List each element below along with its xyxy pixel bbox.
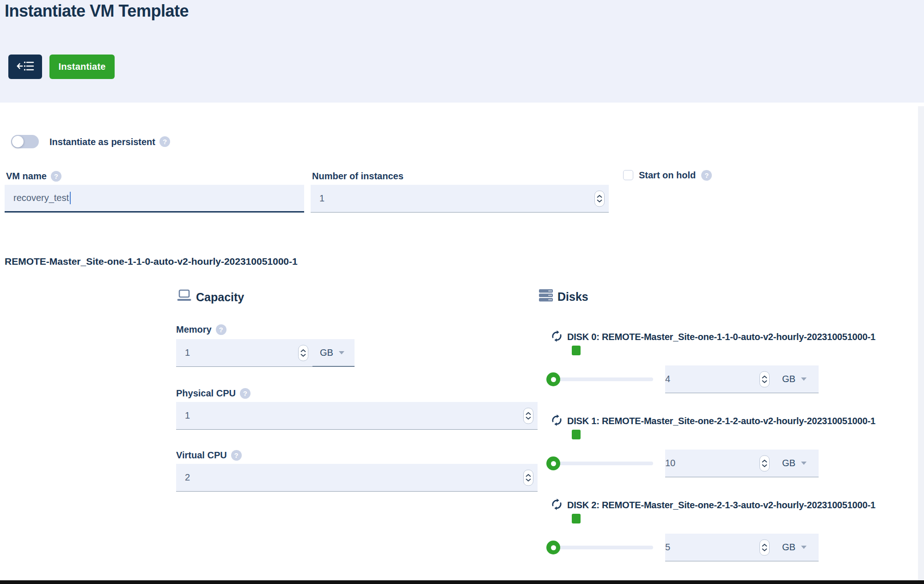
disk-size-slider[interactable] bbox=[539, 372, 653, 387]
disk-0-controls: 4 GB bbox=[539, 365, 819, 394]
vm-name-label-row: VM name ? bbox=[6, 170, 61, 182]
slider-knob[interactable] bbox=[546, 372, 560, 386]
persistent-toggle-row: Instantiate as persistent ? bbox=[11, 135, 170, 148]
number-stepper[interactable] bbox=[523, 408, 533, 424]
disk-label: DISK 0: REMOTE-Master_Site-one-1-1-0-aut… bbox=[567, 332, 875, 342]
virtual-cpu-input[interactable]: 2 bbox=[176, 464, 538, 492]
number-stepper[interactable] bbox=[759, 455, 770, 471]
capacity-section-heading: Capacity bbox=[177, 289, 244, 305]
disk-size-input-group: 4 GB bbox=[665, 365, 819, 393]
number-stepper[interactable] bbox=[759, 371, 770, 387]
vm-name-label: VM name bbox=[6, 170, 47, 182]
instantiate-button-label: Instantiate bbox=[58, 61, 105, 72]
virtual-cpu-label: Virtual CPU bbox=[176, 449, 227, 461]
disk-2-header: DISK 2: REMOTE-Master_Site-one-2-1-3-aut… bbox=[539, 498, 875, 512]
start-on-hold-checkbox[interactable] bbox=[623, 170, 633, 180]
toggle-knob bbox=[12, 136, 24, 147]
chevron-down-icon bbox=[801, 462, 807, 465]
number-stepper[interactable] bbox=[523, 469, 533, 486]
slider-knob[interactable] bbox=[546, 541, 560, 554]
recycle-icon bbox=[551, 414, 563, 428]
capacity-heading-label: Capacity bbox=[196, 291, 244, 304]
instantiate-vm-template-page: Instantiate VM Template Instantiate bbox=[0, 0, 924, 584]
persistent-toggle-label: Instantiate as persistent bbox=[49, 136, 155, 148]
chevron-down-icon bbox=[339, 351, 344, 354]
vm-name-input[interactable]: recovery_test bbox=[5, 185, 304, 213]
instantiate-button[interactable]: Instantiate bbox=[49, 55, 115, 79]
physical-cpu-label-row: Physical CPU ? bbox=[176, 387, 251, 399]
virtual-cpu-value: 2 bbox=[176, 472, 190, 483]
disk-size-input[interactable]: 4 bbox=[665, 365, 774, 393]
slider-track bbox=[553, 462, 653, 465]
help-icon[interactable]: ? bbox=[231, 450, 242, 461]
disks-section-heading: Disks bbox=[539, 289, 588, 304]
disk-label: DISK 2: REMOTE-Master_Site-one-2-1-3-aut… bbox=[567, 500, 875, 511]
disk-2-controls: 5 GB bbox=[539, 533, 819, 562]
disk-size-value: 4 bbox=[665, 374, 670, 384]
disk-size-input-group: 10 GB bbox=[665, 450, 819, 477]
disk-unit-value: GB bbox=[782, 458, 795, 468]
disk-0-header: DISK 0: REMOTE-Master_Site-one-1-1-0-aut… bbox=[539, 330, 875, 344]
disk-row: DISK 0: REMOTE-Master_Site-one-1-1-0-aut… bbox=[539, 330, 924, 395]
memory-unit-select[interactable]: GB bbox=[312, 340, 355, 367]
instances-label: Number of instances bbox=[312, 170, 404, 182]
help-icon[interactable]: ? bbox=[240, 388, 251, 399]
disk-label: DISK 1: REMOTE-Master_Site-one-2-1-2-aut… bbox=[567, 416, 875, 426]
page-header: Instantiate VM Template Instantiate bbox=[0, 0, 924, 103]
vm-name-value: recovery_test bbox=[5, 193, 69, 203]
help-icon[interactable]: ? bbox=[51, 171, 61, 182]
slider-knob[interactable] bbox=[546, 456, 560, 470]
help-icon[interactable]: ? bbox=[159, 136, 170, 147]
disk-unit-select[interactable]: GB bbox=[774, 458, 819, 468]
number-stepper[interactable] bbox=[759, 539, 770, 555]
help-icon[interactable]: ? bbox=[701, 170, 712, 181]
disk-status-square bbox=[572, 346, 581, 355]
disk-unit-select[interactable]: GB bbox=[774, 374, 819, 384]
memory-label-row: Memory ? bbox=[176, 323, 226, 335]
scrollbar-track[interactable] bbox=[918, 106, 924, 580]
disk-row: DISK 1: REMOTE-Master_Site-one-2-1-2-aut… bbox=[539, 414, 924, 479]
physical-cpu-input[interactable]: 1 bbox=[176, 402, 538, 430]
disk-size-input[interactable]: 10 bbox=[665, 450, 774, 477]
disk-size-input[interactable]: 5 bbox=[665, 534, 774, 561]
disk-row: DISK 2: REMOTE-Master_Site-one-2-1-3-aut… bbox=[539, 498, 924, 563]
instances-label-row: Number of instances bbox=[312, 170, 404, 182]
instances-input[interactable]: 1 bbox=[311, 185, 609, 213]
persistent-toggle[interactable] bbox=[11, 135, 39, 148]
disk-size-slider[interactable] bbox=[539, 456, 653, 471]
memory-input-group: 1 GB bbox=[176, 339, 355, 367]
recycle-icon bbox=[551, 498, 563, 512]
instances-value: 1 bbox=[311, 193, 324, 204]
number-stepper[interactable] bbox=[298, 345, 308, 361]
disk-status-square bbox=[572, 430, 581, 439]
disk-size-input-group: 5 GB bbox=[665, 534, 819, 561]
disk-size-value: 5 bbox=[665, 542, 670, 553]
memory-value: 1 bbox=[176, 347, 190, 358]
physical-cpu-value: 1 bbox=[176, 410, 190, 421]
virtual-cpu-label-row: Virtual CPU ? bbox=[176, 449, 242, 461]
text-cursor bbox=[70, 192, 71, 204]
memory-label: Memory bbox=[176, 323, 212, 335]
memory-input[interactable]: 1 bbox=[176, 339, 312, 366]
disk-unit-select[interactable]: GB bbox=[774, 542, 819, 553]
disk-1-controls: 10 GB bbox=[539, 449, 819, 478]
physical-cpu-label: Physical CPU bbox=[176, 387, 236, 399]
help-icon[interactable]: ? bbox=[216, 324, 226, 335]
number-stepper[interactable] bbox=[594, 190, 605, 207]
disk-1-header: DISK 1: REMOTE-Master_Site-one-2-1-2-aut… bbox=[539, 414, 875, 428]
bottom-window-border bbox=[0, 580, 924, 584]
slider-track bbox=[553, 377, 653, 381]
disks-heading-label: Disks bbox=[557, 290, 588, 304]
disk-unit-value: GB bbox=[782, 374, 795, 384]
server-stack-icon bbox=[539, 289, 553, 304]
disk-size-value: 10 bbox=[665, 458, 675, 468]
back-to-list-button[interactable] bbox=[8, 55, 42, 79]
start-on-hold-row: Start on hold ? bbox=[623, 169, 712, 181]
monitor-icon bbox=[177, 289, 191, 305]
slider-track bbox=[553, 546, 653, 549]
template-name: REMOTE-Master_Site-one-1-1-0-auto-v2-hou… bbox=[5, 256, 298, 267]
disk-status-square bbox=[572, 514, 581, 523]
disk-size-slider[interactable] bbox=[539, 540, 653, 555]
page-title: Instantiate VM Template bbox=[5, 0, 189, 22]
recycle-icon bbox=[551, 330, 563, 344]
